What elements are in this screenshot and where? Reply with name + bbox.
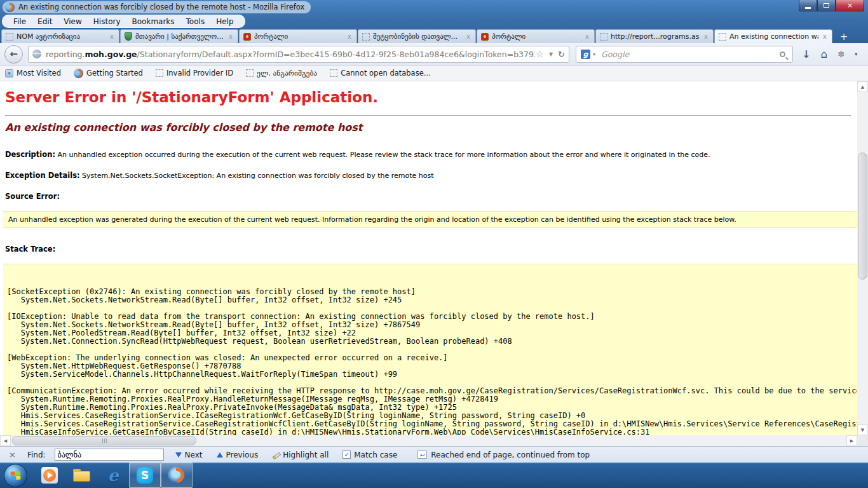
horizontal-scrollbar[interactable]: ◀ ▶ — [0, 435, 857, 446]
tab-close-icon[interactable]: x — [822, 33, 828, 40]
vertical-scroll-thumb[interactable] — [858, 152, 867, 280]
search-icon[interactable] — [780, 51, 785, 57]
maximize-icon — [824, 3, 829, 8]
tab-label: პორტალი — [254, 32, 343, 41]
stack-trace-label: Stack Trace: — [5, 245, 857, 254]
search-bar[interactable]: g ▾ Google — [576, 46, 793, 63]
bookmark-label: Getting Started — [86, 69, 143, 78]
match-case-toggle[interactable]: ✓ Match case — [340, 449, 400, 461]
reload-icon[interactable]: ↻ — [558, 50, 565, 59]
tab-notifications[interactable]: შეტყობინების დათვალ... x — [358, 29, 476, 43]
vertical-scrollbar[interactable]: ▲ ▼ — [857, 81, 868, 435]
tab-close-icon[interactable]: x — [346, 33, 353, 40]
new-tab-button[interactable]: + — [835, 30, 853, 43]
horizontal-scroll-thumb[interactable] — [12, 436, 196, 445]
start-button[interactable] — [4, 464, 27, 487]
minimize-button[interactable] — [799, 0, 817, 11]
menubar: File Edit View History Bookmarks Tools H… — [0, 14, 245, 29]
find-next-button[interactable]: Next — [173, 449, 205, 461]
taskbar-internet-explorer[interactable]: e — [97, 463, 129, 488]
bookmark-invalid-provider[interactable]: Invalid Provider ID — [156, 69, 233, 78]
windows-taskbar: e S KA ▲ x — [0, 463, 868, 488]
taskbar-media-player[interactable] — [34, 463, 65, 488]
tab-close-icon[interactable]: x — [703, 33, 709, 40]
find-status: ↩ Reached end of page, continued from to… — [417, 451, 590, 459]
scroll-left-arrow[interactable]: ◀ — [0, 435, 11, 446]
menu-help[interactable]: Help — [210, 16, 239, 27]
close-button[interactable]: × — [836, 0, 864, 11]
tab-error-page-active[interactable]: An existing connection wa... x — [714, 29, 832, 43]
tab-label: პორტალი — [492, 32, 581, 41]
taskbar-firefox-running[interactable] — [161, 463, 193, 488]
google-engine-icon[interactable]: g — [581, 50, 590, 59]
taskbar-explorer[interactable] — [65, 463, 97, 488]
titlebar[interactable]: An existing connection was forcibly clos… — [0, 0, 868, 14]
tab-close-icon[interactable]: x — [465, 33, 471, 40]
window-title: An existing connection was forcibly clos… — [18, 3, 304, 11]
urlbar-icons: ☆ ▼ ↻ — [535, 48, 565, 60]
description-text: An unhandled exception occurred during t… — [57, 151, 710, 159]
menu-tools[interactable]: Tools — [180, 16, 211, 27]
description-label: Description: — [5, 150, 55, 159]
bookmark-cannot-open-database[interactable]: Cannot open database... — [330, 69, 431, 78]
downloads-icon[interactable]: ↓ — [802, 48, 810, 60]
placeholder-favicon — [156, 69, 163, 77]
url-dropdown-icon[interactable]: ▼ — [549, 51, 553, 57]
menu-file[interactable]: File — [8, 16, 32, 27]
tab-label: შეტყობინების დათვალ... — [373, 32, 462, 41]
home-icon[interactable]: ⌂ — [820, 48, 827, 60]
find-previous-button[interactable]: Previous — [214, 449, 261, 461]
tab-close-icon[interactable]: x — [109, 33, 115, 40]
search-placeholder[interactable]: Google — [601, 50, 780, 59]
exception-details-line: Exception Details: System.Net.Sockets.So… — [5, 171, 857, 180]
tab-label: მთავარი | საქართველო... — [135, 32, 224, 41]
highlight-all-button[interactable]: Highlight all — [269, 449, 331, 461]
engine-dropdown-icon[interactable]: ▾ — [593, 51, 595, 57]
scroll-up-arrow[interactable]: ▲ — [857, 81, 868, 92]
tab-portal-1[interactable]: პორტალი x — [239, 29, 357, 43]
menu-edit[interactable]: Edit — [32, 16, 58, 27]
tab-main-georgia[interactable]: მთავარი | საქართველო... x — [120, 29, 238, 43]
globe-icon — [32, 50, 41, 58]
tab-close-icon[interactable]: x — [584, 33, 590, 40]
scroll-down-arrow[interactable]: ▼ — [857, 424, 868, 435]
find-input[interactable]: ბალნა — [55, 449, 164, 461]
toolbar-overflow-icon[interactable]: ▾ — [855, 51, 858, 57]
addon-icon[interactable]: ✽ — [837, 50, 844, 59]
taskbar-skype-running[interactable]: S — [129, 463, 161, 488]
folder-icon — [73, 469, 90, 482]
bookmark-label: ელ. ანგარიშგება — [257, 69, 317, 78]
match-case-checkbox[interactable]: ✓ — [342, 451, 351, 459]
bookmark-e-reporting[interactable]: ელ. ანგარიშგება — [246, 69, 317, 78]
maximize-button[interactable] — [817, 0, 836, 11]
title-pill: An existing connection was forcibly clos… — [3, 1, 311, 13]
bookmark-label: Most Visited — [17, 69, 61, 78]
minimize-icon — [805, 7, 811, 9]
tab-label: An existing connection wa... — [729, 32, 818, 41]
bookmark-star-icon[interactable]: ☆ — [535, 48, 543, 60]
stack-trace-box: [SocketException (0x2746): An existing c… — [3, 264, 857, 435]
tab-nom-authorization[interactable]: NOM ავტორიზაცია x — [1, 29, 119, 43]
toolbar-buttons: ↓ ⌂ ✽ ▾ — [802, 48, 858, 60]
placeholder-favicon — [719, 33, 726, 41]
tab-report-programs[interactable]: http://report...rograms.aspx x — [595, 29, 714, 43]
scroll-right-arrow[interactable]: ▶ — [846, 435, 857, 446]
menu-view[interactable]: View — [58, 16, 87, 27]
menu-history[interactable]: History — [88, 16, 126, 27]
menu-bookmarks[interactable]: Bookmarks — [126, 16, 180, 27]
source-error-text: An unhandled exception was generated dur… — [8, 215, 736, 224]
bookmark-getting-started[interactable]: Getting Started — [74, 69, 143, 78]
tab-portal-2[interactable]: პორტალი x — [477, 29, 595, 43]
bookmark-most-visited[interactable]: ▾ Most Visited — [5, 69, 61, 78]
tab-close-icon[interactable]: x — [227, 33, 234, 40]
back-button[interactable]: ← — [4, 45, 23, 64]
url-bar[interactable]: reporting.moh.gov.ge/Stationaryform/Defa… — [28, 46, 569, 63]
internet-explorer-icon: e — [108, 466, 119, 485]
url-text[interactable]: reporting.moh.gov.ge/Stationaryform/Defa… — [46, 50, 535, 59]
scrollbar-corner — [857, 435, 868, 446]
placeholder-favicon — [362, 33, 370, 41]
url-domain: moh.gov.ge — [85, 50, 137, 59]
find-close-icon[interactable]: × — [6, 450, 18, 459]
find-bar: × Find: ბალნა Next Previous Highlight al… — [0, 446, 868, 463]
source-error-label: Source Error: — [5, 192, 857, 201]
